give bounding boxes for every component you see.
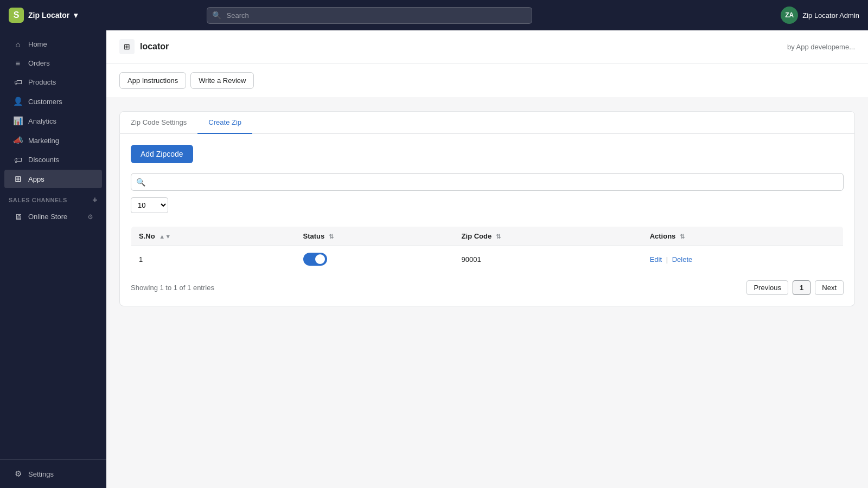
row-zipcode: 90001 (454, 246, 642, 273)
zip-table: S.No ▲▼ Status ⇅ Zip Code ⇅ (131, 226, 844, 273)
sidebar-item-analytics[interactable]: 📊 Analytics (4, 112, 102, 130)
write-review-button[interactable]: Write a Review (190, 72, 254, 89)
sidebar-item-settings[interactable]: ⚙ Settings (4, 465, 102, 483)
orders-icon: ≡ (13, 59, 23, 68)
action-separator: | (666, 255, 670, 264)
sort-icon-sno: ▲▼ (159, 233, 171, 240)
avatar: ZA (781, 7, 798, 24)
content-area: ⊞ locator by App developeme... App Instr… (106, 30, 868, 488)
settings-icon: ⚙ (13, 469, 23, 479)
sidebar-bottom: ⚙ Settings (0, 459, 106, 484)
sidebar-item-online-store[interactable]: 🖥 Online Store ⚙ (4, 208, 102, 226)
pagination: Showing 1 to 1 of 1 entries Previous 1 N… (131, 280, 844, 295)
products-icon: 🏷 (13, 78, 23, 87)
tabs: Zip Code Settings Create Zip (119, 111, 855, 134)
online-store-icon: 🖥 (13, 212, 23, 221)
top-nav-right: ZA Zip Locator Admin (781, 7, 859, 24)
admin-name: Zip Locator Admin (802, 11, 859, 20)
content-header: ⊞ locator by App developeme... (106, 30, 868, 63)
col-zipcode-label: Zip Code (462, 232, 492, 240)
sort-icon-zipcode: ⇅ (496, 233, 501, 240)
col-actions[interactable]: Actions ⇅ (642, 227, 844, 246)
action-buttons-bar: App Instructions Write a Review (106, 63, 868, 98)
zip-card: Add Zipcode 🔍 10 S.No ▲▼ (119, 134, 855, 306)
table-search-icon: 🔍 (136, 178, 145, 187)
sidebar-item-label: Products (28, 78, 56, 86)
top-search-wrapper: 🔍 (207, 7, 532, 24)
pagination-page-1[interactable]: 1 (793, 280, 810, 295)
app-instructions-button[interactable]: App Instructions (119, 72, 186, 89)
shopify-icon: S (9, 8, 24, 23)
sidebar: ⌂ Home ≡ Orders 🏷 Products 👤 Customers 📊… (0, 30, 106, 488)
main-content: Zip Code Settings Create Zip Add Zipcode… (106, 98, 868, 319)
sidebar-item-label: Settings (28, 470, 54, 478)
sidebar-item-discounts[interactable]: 🏷 Discounts (4, 151, 102, 169)
col-sno-label: S.No (139, 232, 155, 240)
marketing-icon: 📣 (13, 136, 23, 145)
sidebar-item-label: Online Store (28, 213, 67, 221)
sidebar-item-apps[interactable]: ⊞ Apps (4, 170, 102, 188)
sidebar-item-label: Discounts (28, 156, 59, 164)
sidebar-item-label: Customers (28, 98, 62, 106)
col-status[interactable]: Status ⇅ (296, 227, 454, 246)
by-developer: by App developeme... (787, 43, 855, 51)
home-icon: ⌂ (13, 40, 23, 49)
sidebar-item-label: Home (28, 40, 47, 48)
sidebar-item-label: Analytics (28, 117, 56, 125)
tab-zip-code-settings[interactable]: Zip Code Settings (120, 112, 197, 134)
discounts-icon: 🏷 (13, 155, 23, 164)
analytics-icon: 📊 (13, 116, 23, 126)
content-header-left: ⊞ locator (119, 39, 169, 54)
pagination-showing: Showing 1 to 1 of 1 entries (131, 284, 214, 292)
customers-icon: 👤 (13, 97, 23, 106)
table-search-input[interactable] (131, 173, 844, 191)
sidebar-item-home[interactable]: ⌂ Home (4, 35, 102, 53)
row-sno: 1 (131, 246, 296, 273)
toggle-slider (303, 253, 327, 266)
row-actions: Edit | Delete (642, 246, 844, 273)
col-zipcode[interactable]: Zip Code ⇅ (454, 227, 642, 246)
apps-icon: ⊞ (13, 174, 23, 184)
online-store-settings-icon[interactable]: ⚙ (87, 213, 93, 221)
row-status (296, 246, 454, 273)
sales-channels-section: SALES CHANNELS + (0, 189, 106, 207)
top-nav: S Zip Locator ▾ 🔍 ZA Zip Locator Admin (0, 0, 868, 30)
sidebar-item-label: Apps (28, 175, 44, 183)
col-status-label: Status (303, 232, 325, 240)
brand-name: Zip Locator (28, 11, 69, 20)
col-sno[interactable]: S.No ▲▼ (131, 227, 296, 246)
sort-icon-actions: ⇅ (680, 233, 685, 240)
add-channel-icon[interactable]: + (92, 195, 98, 205)
sort-icon-status: ⇅ (329, 233, 334, 240)
table-row: 1 90001 Edit | Dele (131, 246, 844, 273)
table-search-wrapper: 🔍 (131, 173, 844, 191)
edit-link[interactable]: Edit (650, 255, 662, 264)
delete-link[interactable]: Delete (672, 255, 693, 264)
search-input[interactable] (207, 7, 532, 24)
pagination-controls: Previous 1 Next (746, 280, 844, 295)
tab-label: Create Zip (208, 118, 241, 126)
col-actions-label: Actions (650, 232, 676, 240)
locator-app-icon: ⊞ (119, 39, 135, 54)
sidebar-item-products[interactable]: 🏷 Products (4, 73, 102, 91)
sidebar-item-orders[interactable]: ≡ Orders (4, 54, 102, 72)
brand-chevron: ▾ (74, 11, 78, 20)
pagination-previous[interactable]: Previous (746, 280, 788, 295)
search-icon: 🔍 (212, 11, 221, 20)
add-zipcode-button[interactable]: Add Zipcode (131, 145, 193, 163)
sales-channels-label: SALES CHANNELS (9, 197, 67, 203)
tab-create-zip[interactable]: Create Zip (197, 112, 252, 134)
status-toggle[interactable] (303, 253, 327, 266)
sidebar-item-label: Marketing (28, 137, 59, 145)
avatar-initials: ZA (785, 11, 794, 19)
sidebar-item-customers[interactable]: 👤 Customers (4, 92, 102, 111)
sidebar-item-label: Orders (28, 59, 50, 67)
page-title: locator (140, 42, 169, 52)
brand-logo[interactable]: S Zip Locator ▾ (9, 8, 78, 23)
pagination-next[interactable]: Next (815, 280, 844, 295)
per-page-select[interactable]: 10 (131, 197, 168, 213)
tab-label: Zip Code Settings (131, 118, 187, 126)
sidebar-item-marketing[interactable]: 📣 Marketing (4, 131, 102, 150)
